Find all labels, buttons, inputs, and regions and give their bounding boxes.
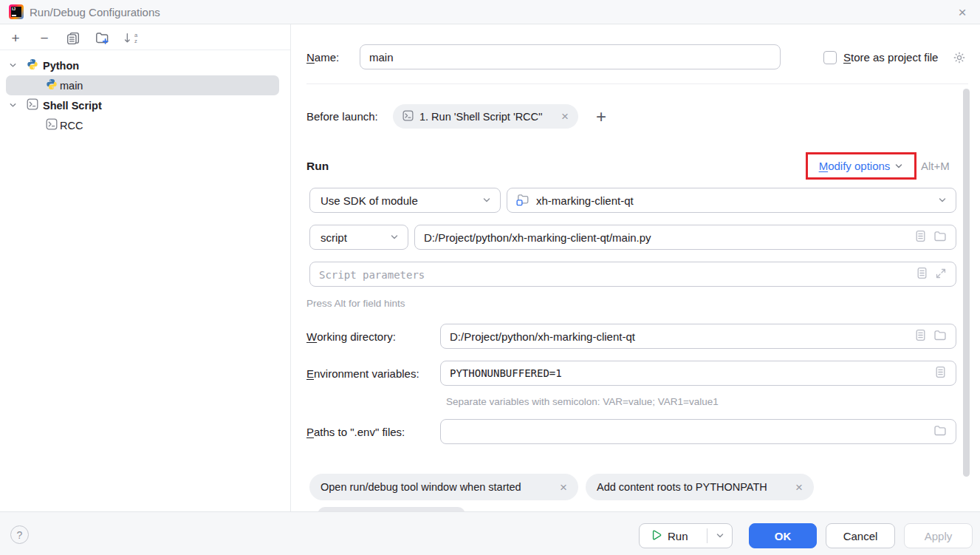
environment-variables-hint: Separate variables with semicolon: VAR=v… — [446, 396, 719, 407]
script-path-field-wrapper — [414, 225, 956, 250]
remove-option-icon[interactable]: × — [795, 481, 803, 494]
alt-hint-text: Press Alt for field hints — [306, 298, 405, 309]
remove-option-icon[interactable]: × — [560, 481, 567, 494]
remove-configuration-button[interactable]: − — [36, 30, 52, 47]
remove-task-icon[interactable]: × — [561, 110, 569, 123]
chevron-down-icon[interactable] — [9, 59, 17, 72]
dialog-titlebar: IJ Run/Debug Configurations × — [0, 0, 980, 24]
option-tag: Add content roots to PYTHONPATH × — [586, 474, 814, 500]
insert-macro-icon[interactable] — [914, 230, 927, 245]
env-files-input[interactable] — [450, 426, 927, 438]
tree-group-python[interactable]: Python — [0, 55, 291, 75]
modify-options-shortcut: Alt+M — [921, 152, 950, 180]
environment-variables-label: Environment variables: — [306, 361, 419, 386]
store-as-project-file-checkbox[interactable] — [823, 51, 837, 64]
tree-item-label: RCC — [60, 120, 83, 132]
run-section-title: Run — [306, 154, 329, 179]
ok-button[interactable]: OK — [749, 523, 817, 548]
environment-variables-input[interactable] — [450, 367, 928, 379]
insert-macro-icon[interactable] — [914, 329, 927, 344]
name-label: Name: — [306, 44, 339, 69]
terminal-icon — [27, 98, 38, 113]
working-directory-field-wrapper — [440, 324, 956, 349]
tree-group-shell-script[interactable]: Shell Script — [0, 95, 291, 115]
new-folder-icon[interactable] — [94, 30, 110, 47]
chevron-down-icon — [390, 231, 399, 244]
env-files-label: Paths to ".env" files: — [306, 419, 405, 444]
chevron-down-icon — [894, 162, 903, 171]
store-as-project-file-label[interactable]: Store as project file — [843, 44, 938, 69]
terminal-icon — [46, 118, 58, 133]
chevron-down-icon — [938, 196, 947, 205]
chevron-down-icon[interactable] — [9, 99, 17, 112]
add-configuration-button[interactable]: + — [7, 30, 24, 47]
insert-macro-icon[interactable] — [916, 267, 928, 282]
terminal-icon — [402, 110, 414, 123]
section-divider — [306, 84, 968, 84]
tree-item-main[interactable]: main — [0, 75, 291, 95]
script-parameters-field-wrapper — [309, 262, 956, 287]
before-launch-label: Before launch: — [306, 103, 378, 129]
dialog-title: Run/Debug Configurations — [30, 0, 160, 24]
vertical-scrollbar[interactable] — [963, 89, 970, 477]
sidebar-toolbar: + − a z — [0, 27, 290, 50]
env-files-field-wrapper — [440, 419, 956, 444]
module-combobox[interactable]: xh-marking-client-qt — [507, 188, 956, 213]
gear-icon[interactable] — [953, 51, 966, 67]
run-icon — [650, 529, 662, 543]
help-icon[interactable]: ? — [10, 525, 29, 544]
run-options-chevron-icon[interactable] — [707, 531, 732, 540]
tree-group-label: Python — [43, 60, 79, 72]
run-button[interactable]: Run — [639, 523, 733, 548]
run-debug-configurations-dialog: { "titlebar": { "title": "Run/Debug Conf… — [0, 0, 980, 555]
chevron-down-icon — [482, 194, 491, 207]
apply-button[interactable]: Apply — [904, 523, 973, 548]
annotation-highlight: Modify options — [806, 152, 916, 180]
python-icon — [46, 78, 58, 93]
expand-field-icon[interactable] — [935, 268, 947, 282]
module-icon — [516, 193, 530, 208]
script-path-input[interactable] — [424, 231, 908, 244]
browse-folder-icon[interactable] — [933, 230, 947, 245]
option-tag: Open run/debug tool window when started … — [309, 474, 578, 500]
task-label: 1. Run 'Shell Script 'RCC'' — [419, 111, 543, 123]
option-tag-label: Add content roots to PYTHONPATH — [597, 481, 767, 493]
interpreter-select[interactable]: Use SDK of module — [309, 188, 501, 213]
option-tag-label: Open run/debug tool window when started — [321, 481, 521, 493]
name-field-wrapper — [360, 44, 781, 69]
browse-folder-icon[interactable] — [933, 329, 947, 344]
copy-configuration-icon[interactable] — [65, 30, 81, 47]
target-type-select[interactable]: script — [309, 225, 408, 250]
sort-configurations-icon[interactable]: a z — [123, 30, 139, 47]
working-directory-input[interactable] — [450, 330, 908, 343]
tree-group-label: Shell Script — [43, 100, 102, 112]
script-parameters-input[interactable] — [319, 268, 909, 281]
insert-macro-icon[interactable] — [934, 366, 947, 381]
module-value: xh-marking-client-qt — [536, 194, 634, 207]
working-directory-label: Working directory: — [306, 324, 396, 349]
python-icon — [27, 58, 38, 73]
close-icon[interactable]: × — [950, 0, 974, 24]
intellij-logo-icon: IJ — [9, 4, 24, 19]
before-launch-task-chip: 1. Run 'Shell Script 'RCC'' × — [393, 104, 578, 129]
environment-variables-field-wrapper — [440, 361, 956, 386]
cancel-button[interactable]: Cancel — [826, 523, 895, 548]
tree-item-label: main — [60, 80, 83, 92]
modify-options-link[interactable]: Modify options — [819, 160, 891, 172]
name-input[interactable] — [369, 51, 771, 64]
tree-item-rcc[interactable]: RCC — [0, 115, 291, 135]
add-task-button[interactable]: + — [590, 104, 612, 129]
browse-folder-icon[interactable] — [933, 424, 947, 440]
configurations-sidebar: + − a z — [0, 24, 291, 511]
